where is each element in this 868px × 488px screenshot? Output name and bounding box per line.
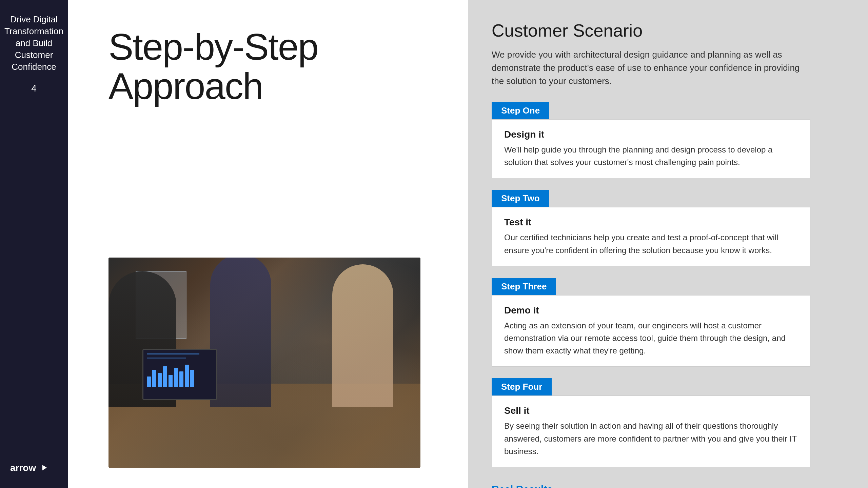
step-content-text-3: Acting as an extension of your team, our…	[504, 319, 798, 357]
meeting-image	[108, 258, 420, 468]
sidebar-nav-line2: Transformation	[4, 26, 63, 36]
sidebar: Drive Digital Transformation and Build C…	[0, 0, 68, 488]
sidebar-nav-line4: Customer	[15, 50, 53, 60]
sidebar-nav-line3: and Build	[16, 38, 52, 48]
svg-marker-1	[42, 465, 47, 470]
step-content-title-1: Design it	[504, 129, 798, 140]
step-label-3: Step Three	[492, 278, 556, 295]
step-content-text-2: Our certified technicians help you creat…	[504, 231, 798, 256]
main-title: Step-by-Step Approach	[108, 27, 441, 105]
step-content-4: Sell it By seeing their solution in acti…	[492, 395, 810, 467]
step-block-4: Step Four Sell it By seeing their soluti…	[492, 378, 844, 467]
step-content-text-4: By seeing their solution in action and h…	[504, 420, 798, 458]
step-block-3: Step Three Demo it Acting as an extensio…	[492, 278, 844, 367]
step-content-2: Test it Our certified technicians help y…	[492, 207, 810, 266]
step-content-3: Demo it Acting as an extension of your t…	[492, 295, 810, 367]
step-label-1: Step One	[492, 102, 549, 119]
real-results-section: Real Results $ Sales success Revenue gro…	[492, 484, 844, 488]
sidebar-nav-line5: Confidence	[12, 62, 56, 72]
scenario-description: We provide you with architectural design…	[492, 48, 804, 88]
scenario-title: Customer Scenario	[492, 20, 844, 41]
right-panel: Customer Scenario We provide you with ar…	[468, 0, 868, 488]
step-label-4: Step Four	[492, 378, 552, 395]
sidebar-logo: arrow	[10, 461, 47, 474]
step-content-1: Design it We'll help guide you through t…	[492, 119, 810, 178]
steps-container: Step One Design it We'll help guide you …	[492, 102, 844, 479]
step-content-title-4: Sell it	[504, 405, 798, 416]
sidebar-nav-line1: Drive Digital	[10, 14, 58, 24]
step-content-title-2: Test it	[504, 217, 798, 228]
title-line2: Approach	[108, 65, 263, 107]
real-results-title: Real Results	[492, 484, 844, 488]
page-number: 4	[31, 83, 37, 94]
title-line1: Step-by-Step	[108, 26, 318, 67]
svg-text:arrow: arrow	[10, 463, 36, 473]
left-panel: Step-by-Step Approach	[68, 0, 468, 488]
sidebar-nav-text: Drive Digital Transformation and Build C…	[4, 14, 63, 73]
step-block-2: Step Two Test it Our certified technicia…	[492, 190, 844, 266]
step-content-title-3: Demo it	[504, 305, 798, 316]
image-container	[108, 119, 441, 468]
arrow-logo: arrow	[10, 461, 47, 474]
step-label-2: Step Two	[492, 190, 549, 207]
step-content-text-1: We'll help guide you through the plannin…	[504, 143, 798, 168]
step-block-1: Step One Design it We'll help guide you …	[492, 102, 844, 178]
